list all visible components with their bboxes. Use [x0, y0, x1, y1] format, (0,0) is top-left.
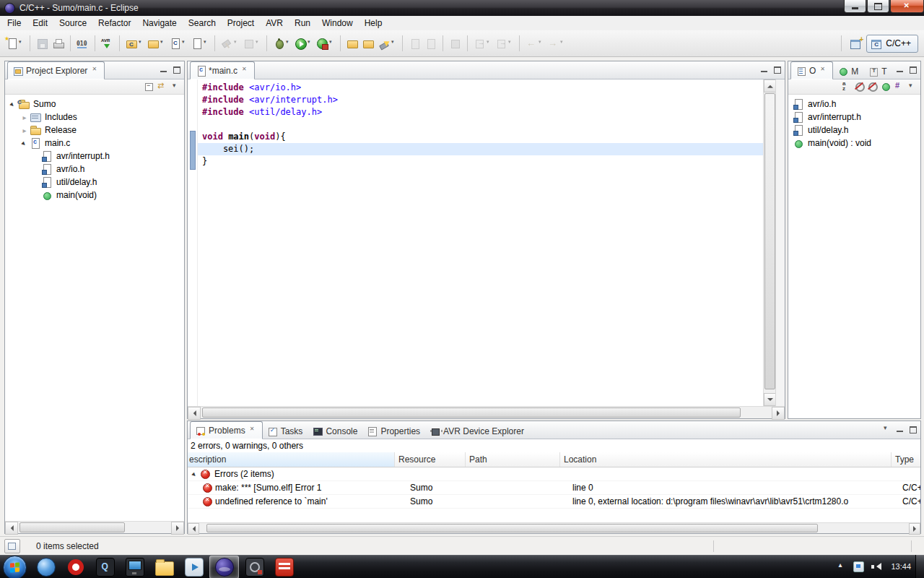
- volume-icon[interactable]: [871, 561, 881, 571]
- minimize-view-icon[interactable]: [158, 64, 169, 74]
- tree-expander-icon[interactable]: [19, 138, 30, 148]
- scrollbar-thumb[interactable]: [206, 524, 818, 532]
- menu-item-avr[interactable]: AVR: [260, 17, 289, 30]
- view-menu-icon[interactable]: [170, 81, 181, 92]
- minimize-view-icon[interactable]: [759, 64, 770, 74]
- tree-item-release[interactable]: Release: [5, 124, 184, 137]
- tree-expander-icon[interactable]: [19, 125, 30, 135]
- problem-row[interactable]: undefined reference to `main'Sumoline 0,…: [188, 495, 920, 509]
- view-tab-t[interactable]: T: [863, 64, 892, 79]
- dropdown-icon[interactable]: [308, 40, 313, 47]
- outline-item-main-void-void[interactable]: main(void) : void: [788, 137, 920, 150]
- menu-item-help[interactable]: Help: [359, 17, 388, 30]
- code-line-1[interactable]: #include <avr/io.h>: [198, 82, 764, 94]
- taskbar-app-red-app[interactable]: [270, 556, 298, 578]
- mark-occurrences-button[interactable]: [448, 35, 463, 52]
- open-element-button[interactable]: [345, 35, 360, 52]
- tree-expander-icon[interactable]: [8, 99, 18, 109]
- group-expander-icon[interactable]: [190, 469, 200, 479]
- link-with-editor-icon[interactable]: [157, 81, 168, 92]
- dropdown-icon[interactable]: [487, 40, 492, 47]
- menu-item-file[interactable]: File: [1, 17, 27, 30]
- build-button[interactable]: [219, 35, 240, 52]
- outline-item-util-delay-h[interactable]: util/delay.h: [788, 124, 920, 137]
- menu-item-search[interactable]: Search: [183, 17, 222, 30]
- view-tab-properties[interactable]: Properties: [362, 423, 425, 439]
- dropdown-icon[interactable]: [204, 40, 209, 47]
- view-tab-m[interactable]: M: [833, 64, 863, 79]
- next-annotation-button[interactable]: [472, 35, 493, 52]
- new-c-class-button[interactable]: [189, 35, 210, 52]
- maximize-view-icon[interactable]: [171, 64, 182, 74]
- outline-item-avr-io-h[interactable]: avr/io.h: [788, 98, 920, 111]
- dropdown-icon[interactable]: [234, 40, 239, 47]
- scrollbar-track[interactable]: [764, 92, 776, 393]
- column-header-location[interactable]: Location: [560, 452, 892, 467]
- menu-item-run[interactable]: Run: [289, 17, 316, 30]
- dropdown-icon[interactable]: [539, 40, 544, 47]
- hide-fields-icon[interactable]: [854, 81, 866, 92]
- dropdown-icon[interactable]: [160, 40, 165, 47]
- maximize-view-icon[interactable]: [907, 424, 918, 434]
- view-tab-tasks[interactable]: Tasks: [263, 423, 308, 439]
- external-tools-button[interactable]: [315, 35, 336, 52]
- scrollbar-thumb[interactable]: [202, 407, 741, 418]
- menu-item-window[interactable]: Window: [316, 17, 359, 30]
- maximize-view-icon[interactable]: [907, 64, 918, 74]
- taskbar-app-player[interactable]: [180, 556, 208, 578]
- minimize-view-icon[interactable]: [894, 64, 905, 74]
- view-tab-project-explorer[interactable]: Project Explorer: [7, 61, 105, 79]
- taskbar-app-explorer[interactable]: [150, 556, 178, 578]
- print-button[interactable]: [51, 35, 66, 52]
- forward-button[interactable]: [546, 35, 567, 52]
- dropdown-icon[interactable]: [139, 40, 144, 47]
- editor-action-button-2[interactable]: [423, 35, 438, 52]
- scroll-left-icon[interactable]: [5, 522, 18, 535]
- scrollbar-track[interactable]: [201, 407, 772, 418]
- view-tab-avr-device-explorer[interactable]: AVR Device Explorer: [425, 423, 529, 439]
- menu-item-source[interactable]: Source: [53, 17, 92, 30]
- action-center-icon[interactable]: [853, 561, 864, 572]
- build-config-button[interactable]: [241, 35, 262, 52]
- tree-item-includes[interactable]: Includes: [5, 111, 184, 124]
- code-line-2[interactable]: #include <avr/interrupt.h>: [198, 94, 764, 106]
- view-tab-problems[interactable]: Problems: [190, 421, 263, 439]
- binary-button[interactable]: [75, 35, 90, 52]
- scroll-right-icon[interactable]: [909, 523, 920, 535]
- project-explorer-horizontal-scrollbar[interactable]: [5, 521, 184, 533]
- save-button[interactable]: [35, 35, 50, 52]
- scrollbar-track[interactable]: [18, 522, 171, 533]
- tree-item-avr-io-h[interactable]: avr/io.h: [5, 163, 184, 176]
- taskbar-app-gray-app[interactable]: [240, 556, 269, 578]
- collapse-all-icon[interactable]: [144, 81, 155, 92]
- scroll-right-icon[interactable]: [772, 407, 785, 420]
- view-tab-o[interactable]: O: [790, 61, 833, 79]
- dropdown-icon[interactable]: [256, 40, 261, 47]
- taskbar-app-opera[interactable]: [61, 556, 90, 578]
- editor-tab-main-c[interactable]: *main.c: [190, 61, 255, 79]
- start-button[interactable]: [3, 556, 27, 578]
- run-button[interactable]: [293, 35, 314, 52]
- close-button[interactable]: [890, 0, 924, 13]
- close-icon[interactable]: [91, 66, 99, 74]
- column-header-escription[interactable]: escription: [188, 452, 395, 467]
- menu-item-refactor[interactable]: Refactor: [92, 17, 136, 30]
- code-line-7[interactable]: }: [198, 155, 764, 168]
- cpp-perspective-button[interactable]: C/C++: [866, 35, 918, 53]
- dropdown-icon[interactable]: [286, 40, 291, 47]
- problems-group-row[interactable]: Errors (2 items): [188, 467, 920, 481]
- maximize-view-icon[interactable]: [772, 64, 783, 74]
- problems-horizontal-scrollbar[interactable]: [188, 522, 920, 533]
- tree-expander-icon[interactable]: [19, 112, 30, 122]
- new-c-project-button[interactable]: [124, 35, 145, 52]
- menu-item-project[interactable]: Project: [222, 17, 260, 30]
- tree-item-main-void[interactable]: main(void): [5, 189, 184, 202]
- taskbar-app-monitor-app[interactable]: [121, 556, 149, 578]
- hide-non-public-icon[interactable]: [880, 81, 892, 92]
- editor-action-button-1[interactable]: [407, 35, 422, 52]
- maximize-button[interactable]: [867, 0, 889, 13]
- problem-row[interactable]: make: *** [Sumo.elf] Error 1Sumoline 0C/…: [188, 481, 920, 495]
- tree-item-avr-interrupt-h[interactable]: avr/interrupt.h: [5, 150, 184, 163]
- taskbar-app-dark-app[interactable]: [91, 556, 119, 578]
- scroll-left-icon[interactable]: [188, 523, 199, 535]
